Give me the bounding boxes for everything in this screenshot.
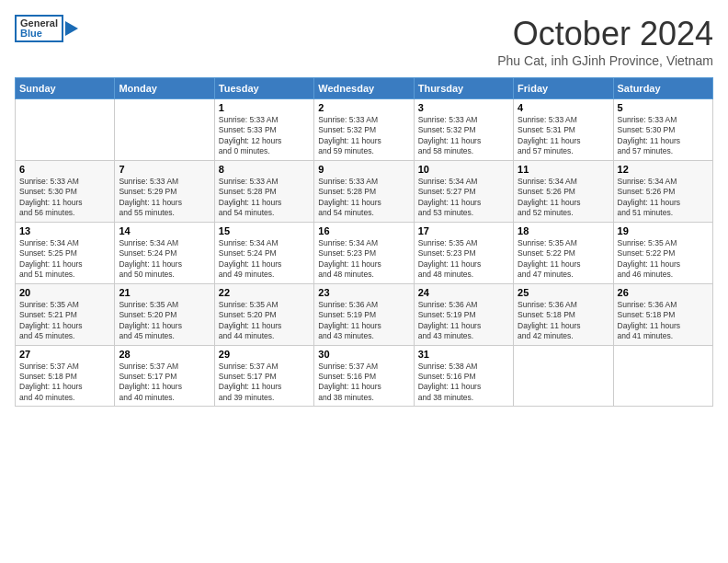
calendar-cell: 13Sunrise: 5:34 AMSunset: 5:25 PMDayligh… bbox=[16, 222, 115, 283]
col-thursday: Thursday bbox=[414, 78, 513, 99]
day-number: 10 bbox=[418, 164, 509, 175]
day-number: 16 bbox=[318, 225, 409, 236]
day-number: 2 bbox=[318, 102, 409, 113]
month-title: October 2024 bbox=[497, 15, 713, 53]
day-info: Sunrise: 5:35 AMSunset: 5:22 PMDaylight:… bbox=[518, 238, 609, 281]
day-info: Sunrise: 5:37 AMSunset: 5:18 PMDaylight:… bbox=[19, 362, 110, 404]
day-number: 26 bbox=[618, 287, 709, 298]
day-number: 24 bbox=[418, 287, 509, 298]
calendar-cell: 8Sunrise: 5:33 AMSunset: 5:28 PMDaylight… bbox=[214, 160, 313, 222]
day-number: 8 bbox=[219, 164, 310, 175]
day-info: Sunrise: 5:33 AMSunset: 5:32 PMDaylight:… bbox=[318, 115, 409, 157]
day-info: Sunrise: 5:33 AMSunset: 5:30 PMDaylight:… bbox=[618, 115, 709, 157]
calendar-cell bbox=[514, 345, 613, 407]
calendar-cell: 24Sunrise: 5:36 AMSunset: 5:19 PMDayligh… bbox=[414, 283, 513, 345]
location-subtitle: Phu Cat, inh GJinh Province, Vietnam bbox=[497, 53, 713, 68]
day-info: Sunrise: 5:33 AMSunset: 5:29 PMDaylight:… bbox=[119, 177, 210, 219]
calendar-cell: 11Sunrise: 5:34 AMSunset: 5:26 PMDayligh… bbox=[514, 160, 613, 222]
logo-box: General Blue bbox=[15, 15, 63, 42]
day-number: 15 bbox=[219, 225, 310, 236]
col-friday: Friday bbox=[514, 78, 613, 99]
calendar-cell: 28Sunrise: 5:37 AMSunset: 5:17 PMDayligh… bbox=[115, 345, 214, 407]
day-number: 1 bbox=[219, 102, 310, 113]
calendar-cell: 31Sunrise: 5:38 AMSunset: 5:16 PMDayligh… bbox=[414, 345, 513, 407]
calendar-week-2: 6Sunrise: 5:33 AMSunset: 5:30 PMDaylight… bbox=[16, 160, 713, 222]
header-row: Sunday Monday Tuesday Wednesday Thursday… bbox=[16, 78, 713, 99]
day-info: Sunrise: 5:33 AMSunset: 5:33 PMDaylight:… bbox=[219, 115, 310, 157]
calendar-week-3: 13Sunrise: 5:34 AMSunset: 5:25 PMDayligh… bbox=[16, 222, 713, 283]
day-number: 5 bbox=[618, 102, 709, 113]
day-number: 27 bbox=[19, 349, 110, 360]
day-number: 9 bbox=[318, 164, 409, 175]
day-info: Sunrise: 5:37 AMSunset: 5:17 PMDaylight:… bbox=[219, 362, 310, 404]
day-info: Sunrise: 5:33 AMSunset: 5:31 PMDaylight:… bbox=[518, 115, 609, 157]
day-number: 12 bbox=[618, 164, 709, 175]
day-info: Sunrise: 5:33 AMSunset: 5:32 PMDaylight:… bbox=[418, 115, 509, 157]
logo-blue-text: Blue bbox=[20, 29, 58, 39]
calendar-cell: 7Sunrise: 5:33 AMSunset: 5:29 PMDaylight… bbox=[115, 160, 214, 222]
col-sunday: Sunday bbox=[16, 78, 115, 99]
calendar-header: Sunday Monday Tuesday Wednesday Thursday… bbox=[16, 78, 713, 99]
day-info: Sunrise: 5:35 AMSunset: 5:20 PMDaylight:… bbox=[219, 300, 310, 342]
col-monday: Monday bbox=[115, 78, 214, 99]
day-info: Sunrise: 5:36 AMSunset: 5:18 PMDaylight:… bbox=[518, 300, 609, 342]
day-info: Sunrise: 5:37 AMSunset: 5:16 PMDaylight:… bbox=[318, 362, 409, 404]
calendar-table: Sunday Monday Tuesday Wednesday Thursday… bbox=[15, 77, 713, 407]
day-info: Sunrise: 5:33 AMSunset: 5:28 PMDaylight:… bbox=[318, 177, 409, 219]
day-info: Sunrise: 5:34 AMSunset: 5:24 PMDaylight:… bbox=[119, 238, 210, 281]
calendar-cell: 10Sunrise: 5:34 AMSunset: 5:27 PMDayligh… bbox=[414, 160, 513, 222]
day-info: Sunrise: 5:33 AMSunset: 5:30 PMDaylight:… bbox=[19, 177, 110, 219]
day-info: Sunrise: 5:35 AMSunset: 5:22 PMDaylight:… bbox=[618, 238, 709, 281]
day-info: Sunrise: 5:37 AMSunset: 5:17 PMDaylight:… bbox=[119, 362, 210, 404]
calendar-cell bbox=[115, 99, 214, 161]
day-info: Sunrise: 5:35 AMSunset: 5:21 PMDaylight:… bbox=[19, 300, 110, 342]
calendar-cell: 30Sunrise: 5:37 AMSunset: 5:16 PMDayligh… bbox=[314, 345, 414, 407]
calendar-cell: 5Sunrise: 5:33 AMSunset: 5:30 PMDaylight… bbox=[613, 99, 712, 161]
day-number: 19 bbox=[618, 225, 709, 236]
col-tuesday: Tuesday bbox=[214, 78, 313, 99]
calendar-cell bbox=[613, 345, 712, 407]
calendar-cell: 3Sunrise: 5:33 AMSunset: 5:32 PMDaylight… bbox=[414, 99, 513, 161]
day-number: 17 bbox=[418, 225, 509, 236]
day-info: Sunrise: 5:33 AMSunset: 5:28 PMDaylight:… bbox=[219, 177, 310, 219]
calendar-week-5: 27Sunrise: 5:37 AMSunset: 5:18 PMDayligh… bbox=[16, 345, 713, 407]
calendar-cell: 21Sunrise: 5:35 AMSunset: 5:20 PMDayligh… bbox=[115, 283, 214, 345]
calendar-cell: 26Sunrise: 5:36 AMSunset: 5:18 PMDayligh… bbox=[613, 283, 712, 345]
day-number: 13 bbox=[19, 225, 110, 236]
calendar-cell: 2Sunrise: 5:33 AMSunset: 5:32 PMDaylight… bbox=[314, 99, 414, 161]
day-info: Sunrise: 5:34 AMSunset: 5:26 PMDaylight:… bbox=[618, 177, 709, 219]
calendar-week-4: 20Sunrise: 5:35 AMSunset: 5:21 PMDayligh… bbox=[16, 283, 713, 345]
day-number: 31 bbox=[418, 349, 509, 360]
day-number: 7 bbox=[119, 164, 210, 175]
day-number: 21 bbox=[119, 287, 210, 298]
col-wednesday: Wednesday bbox=[314, 78, 414, 99]
calendar-cell: 29Sunrise: 5:37 AMSunset: 5:17 PMDayligh… bbox=[214, 345, 313, 407]
calendar-cell bbox=[16, 99, 115, 161]
day-number: 25 bbox=[518, 287, 609, 298]
calendar-cell: 14Sunrise: 5:34 AMSunset: 5:24 PMDayligh… bbox=[115, 222, 214, 283]
page: General Blue October 2024 Phu Cat, inh G… bbox=[0, 0, 728, 563]
day-number: 29 bbox=[219, 349, 310, 360]
day-number: 6 bbox=[19, 164, 110, 175]
col-saturday: Saturday bbox=[613, 78, 712, 99]
day-info: Sunrise: 5:34 AMSunset: 5:27 PMDaylight:… bbox=[418, 177, 509, 219]
calendar-cell: 19Sunrise: 5:35 AMSunset: 5:22 PMDayligh… bbox=[613, 222, 712, 283]
day-number: 23 bbox=[318, 287, 409, 298]
day-info: Sunrise: 5:36 AMSunset: 5:18 PMDaylight:… bbox=[618, 300, 709, 342]
day-info: Sunrise: 5:36 AMSunset: 5:19 PMDaylight:… bbox=[318, 300, 409, 342]
day-info: Sunrise: 5:34 AMSunset: 5:23 PMDaylight:… bbox=[318, 238, 409, 281]
calendar-cell: 22Sunrise: 5:35 AMSunset: 5:20 PMDayligh… bbox=[214, 283, 313, 345]
day-info: Sunrise: 5:35 AMSunset: 5:20 PMDaylight:… bbox=[119, 300, 210, 342]
header: General Blue October 2024 Phu Cat, inh G… bbox=[15, 15, 713, 68]
calendar-cell: 18Sunrise: 5:35 AMSunset: 5:22 PMDayligh… bbox=[514, 222, 613, 283]
day-number: 20 bbox=[19, 287, 110, 298]
calendar-cell: 1Sunrise: 5:33 AMSunset: 5:33 PMDaylight… bbox=[214, 99, 313, 161]
calendar-cell: 23Sunrise: 5:36 AMSunset: 5:19 PMDayligh… bbox=[314, 283, 414, 345]
day-number: 4 bbox=[518, 102, 609, 113]
day-info: Sunrise: 5:38 AMSunset: 5:16 PMDaylight:… bbox=[418, 362, 509, 404]
calendar-cell: 9Sunrise: 5:33 AMSunset: 5:28 PMDaylight… bbox=[314, 160, 414, 222]
logo-chevron-icon bbox=[65, 21, 78, 36]
calendar-cell: 4Sunrise: 5:33 AMSunset: 5:31 PMDaylight… bbox=[514, 99, 613, 161]
calendar-cell: 17Sunrise: 5:35 AMSunset: 5:23 PMDayligh… bbox=[414, 222, 513, 283]
calendar-cell: 25Sunrise: 5:36 AMSunset: 5:18 PMDayligh… bbox=[514, 283, 613, 345]
